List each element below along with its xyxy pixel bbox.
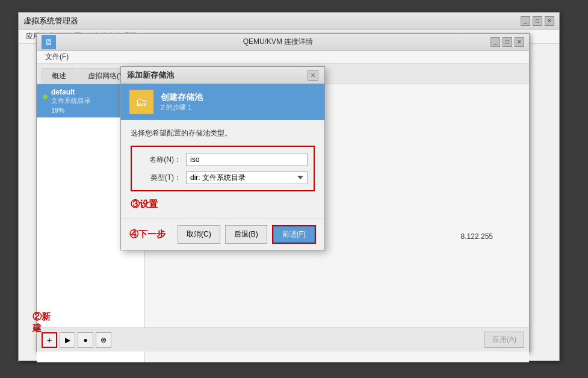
qemu-icon: 🖥 — [45, 37, 53, 47]
dialog-header-icon: 🗂 — [129, 90, 153, 114]
form-section: 名称(N)： 类型(T)： dir: 文件系统目录 disk: 物理磁盘 fs:… — [131, 146, 315, 191]
qemu-maximize[interactable]: □ — [503, 37, 512, 47]
dialog-header-subtitle: 2 的步骤 1 — [161, 103, 203, 112]
dialog-desc: 选择您希望配置的存储池类型。 — [131, 128, 315, 138]
qemu-filemenu: 文件(F) — [37, 51, 529, 64]
dialog-header-title: 创建存储池 — [161, 92, 203, 103]
ip-text: 8.122.255 — [461, 232, 493, 241]
dialog-close-btn[interactable]: × — [308, 70, 318, 81]
bg-titlebar: 虚拟系统管理器 _ □ × — [19, 13, 559, 29]
dialog-titlebar: 添加新存储池 × — [121, 67, 324, 84]
cancel-btn[interactable]: 取消(C) — [178, 225, 220, 244]
folder-icon: 🗂 — [135, 95, 147, 109]
dialog-footer: ④下一步 取消(C) 后退(B) 前进(F) — [121, 218, 324, 250]
bottom-toolbar: + ②新建 ▶ ● ⊗ 应用(A) — [37, 327, 529, 352]
next-annotation: ④下一步 — [129, 229, 166, 239]
add-storage-dialog: 添加新存储池 × 🗂 创建存储池 2 的步骤 1 选择您希望配置的存储池类型。 … — [120, 66, 325, 250]
new-pool-btn[interactable]: + — [42, 332, 57, 348]
bg-minimize[interactable]: _ — [521, 16, 530, 26]
dialog-body: 选择您希望配置的存储池类型。 名称(N)： 类型(T)： dir: 文件系统目录… — [121, 120, 324, 218]
bg-title: 虚拟系统管理器 — [23, 16, 78, 26]
next-annotation-container: ④下一步 — [129, 225, 166, 244]
status-dot — [43, 94, 48, 99]
qemu-title: QEMU/KVM 连接详情 — [66, 37, 491, 47]
file-menu-item[interactable]: 文件(F) — [43, 52, 71, 61]
pool-type: 文件系统目录 — [51, 96, 91, 105]
dialog-header-text: 创建存储池 2 的步骤 1 — [161, 92, 203, 112]
stop-pool-btn[interactable]: ● — [78, 332, 93, 348]
new-annotation: ②新建 — [32, 311, 57, 334]
bg-maximize[interactable]: □ — [533, 16, 542, 26]
form-name-label: 名称(N)： — [138, 155, 186, 165]
tab-overview[interactable]: 概述 — [42, 68, 76, 84]
pool-name: default — [51, 88, 91, 96]
type-row: 类型(T)： dir: 文件系统目录 disk: 物理磁盘 fs: 预格式化的块… — [138, 171, 308, 184]
qemu-controls: _ □ × — [491, 37, 524, 47]
dialog-header: 🗂 创建存储池 2 的步骤 1 — [121, 84, 324, 120]
qemu-minimize[interactable]: _ — [491, 37, 500, 47]
bg-close[interactable]: × — [545, 16, 554, 26]
next-btn-wrapper: 前进(F) — [272, 225, 316, 244]
apply-btn[interactable]: 应用(A) — [484, 332, 524, 348]
setting-annotation: ③设置 — [131, 199, 315, 210]
qemu-close[interactable]: × — [515, 37, 524, 47]
delete-pool-btn[interactable]: ⊗ — [96, 332, 111, 348]
next-btn[interactable]: 前进(F) — [273, 226, 315, 243]
qemu-titlebar: 🖥 QEMU/KVM 连接详情 _ □ × — [37, 34, 529, 51]
form-type-label: 类型(T)： — [138, 173, 186, 183]
pool-name-input[interactable] — [186, 153, 308, 166]
start-pool-btn[interactable]: ▶ — [60, 332, 75, 348]
back-btn[interactable]: 后退(B) — [225, 225, 267, 244]
pool-type-select[interactable]: dir: 文件系统目录 disk: 物理磁盘 fs: 预格式化的块设备 logi… — [186, 171, 308, 184]
bg-controls: _ □ × — [521, 16, 554, 26]
dialog-title: 添加新存储池 — [127, 70, 174, 81]
new-btn-container: + ②新建 — [42, 332, 57, 348]
name-row: 名称(N)： — [138, 153, 308, 166]
